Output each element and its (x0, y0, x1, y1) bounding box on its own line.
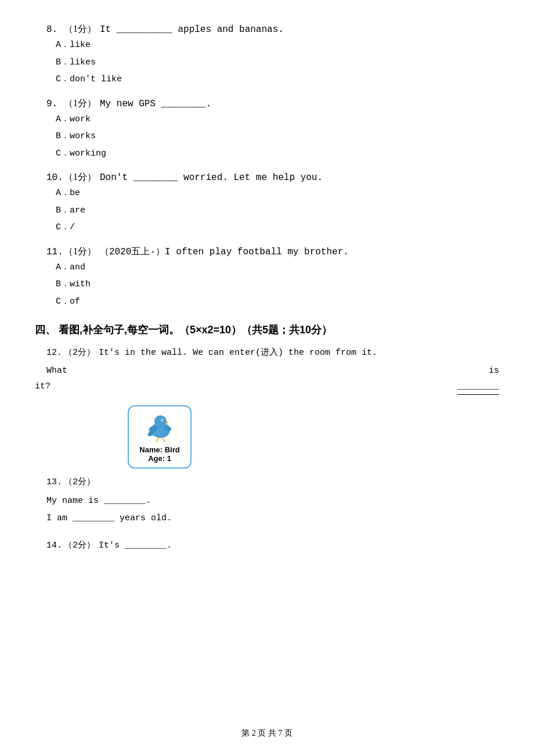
q14-score: （2分） (64, 538, 95, 553)
question-10-stem: 10. （1分） Don't ________ worried. Let me … (46, 171, 499, 183)
q9-text: My new GPS ________. (100, 99, 499, 109)
q13-score: （2分） (64, 474, 95, 490)
q14-number: 14. (46, 538, 64, 553)
page-number: 第 2 页 共 7 页 (241, 729, 293, 737)
q10-score: （1分） (64, 171, 96, 183)
q11-text: （2020五上·）I often play football my brothe… (100, 246, 499, 258)
question-8: 8. （1分） It __________ apples and bananas… (35, 23, 499, 87)
q12-text: It's in the wall. We can enter(进入) the r… (99, 345, 499, 361)
q12-line3: it? ________ (35, 379, 499, 395)
q9-number: 9. (46, 99, 64, 109)
q8-option-a: A．like (56, 38, 499, 53)
q10-option-b: B．are (56, 203, 499, 218)
q8-option-c: C．don't like (56, 72, 499, 87)
question-11-stem: 11. （1分） （2020五上·）I often play football … (46, 246, 499, 258)
q9-score: （1分） (64, 98, 96, 110)
question-8-stem: 8. （1分） It __________ apples and bananas… (46, 23, 499, 35)
q12-answer-blank: ________ (457, 379, 499, 395)
q9-option-b: B．works (56, 129, 499, 144)
page-footer: 第 2 页 共 7 页 (0, 728, 534, 739)
bird-name-label: Name: Bird (135, 445, 185, 454)
question-12-stem: 12. （2分） It's in the wall. We can enter(… (46, 345, 499, 361)
question-9-stem: 9. （1分） My new GPS ________. (46, 98, 499, 110)
q8-text: It __________ apples and bananas. (100, 24, 499, 35)
q12-line2: What is (46, 363, 499, 379)
question-13-stem: 13. （2分） (46, 474, 499, 490)
svg-marker-4 (166, 422, 169, 424)
q12-is: is (489, 363, 499, 379)
q14-text: It's ________. (99, 538, 499, 553)
q13-line2: I am ________ years old. (46, 510, 499, 527)
q9-option-c: C．working (56, 146, 499, 161)
q12-what: What (46, 363, 67, 379)
q8-score: （1分） (64, 23, 96, 35)
question-10: 10. （1分） Don't ________ worried. Let me … (35, 171, 499, 235)
q8-option-b: B．likes (56, 55, 499, 70)
q10-option-a: A．be (56, 186, 499, 201)
q11-option-a: A．and (56, 260, 499, 275)
section4-header: 四、 看图,补全句子,每空一词。（5×x2=10）（共5题；共10分） (35, 323, 499, 337)
svg-point-1 (154, 415, 167, 427)
q13-line1: My name is ________. (46, 492, 499, 510)
q12-it: it? (35, 379, 50, 394)
q12-score: （2分） (64, 345, 95, 361)
q11-option-b: B．with (56, 277, 499, 292)
q11-score: （1分） (64, 246, 96, 258)
q11-option-c: C．of (56, 294, 499, 309)
q10-number: 10. (46, 172, 64, 183)
q10-option-c: C．/ (56, 220, 499, 235)
question-11: 11. （1分） （2020五上·）I often play football … (35, 246, 499, 309)
question-14-stem: 14. （2分） It's ________. (46, 538, 499, 553)
bird-card: Name: Bird Age: 1 (128, 405, 192, 469)
question-12: 12. （2分） It's in the wall. We can enter(… (35, 345, 499, 395)
q9-option-a: A．work (56, 112, 499, 127)
q13-number: 13. (46, 474, 64, 490)
bird-age-label: Age: 1 (135, 454, 185, 463)
question-9: 9. （1分） My new GPS ________. A．work B．wo… (35, 98, 499, 161)
q12-number: 12. (46, 345, 64, 361)
q10-text: Don't ________ worried. Let me help you. (100, 172, 499, 183)
q8-number: 8. (46, 24, 64, 35)
bird-image (142, 411, 177, 443)
svg-point-3 (163, 419, 164, 420)
question-13: 13. （2分） My name is ________. I am _____… (35, 474, 499, 527)
question-14: 14. （2分） It's ________. (35, 538, 499, 553)
q11-number: 11. (46, 247, 64, 257)
